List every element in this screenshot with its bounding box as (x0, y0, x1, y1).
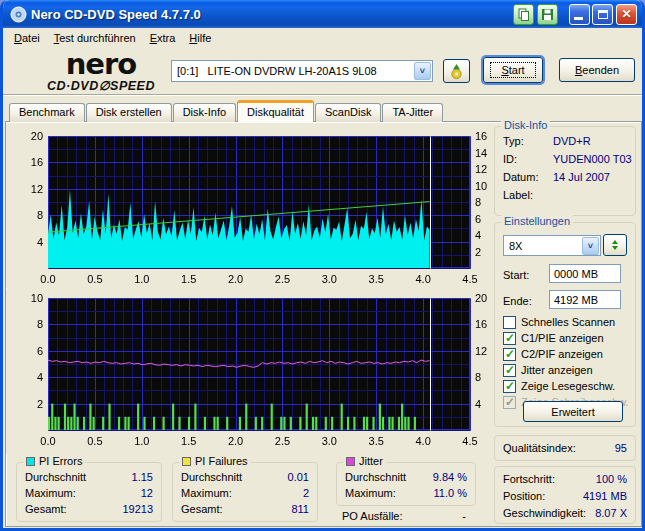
refresh-icon (609, 239, 621, 251)
pi-failures-stats-group: PI Failures Durchschnitt0.01 Maximum:2 G… (172, 462, 318, 522)
position-label: Position: (503, 490, 545, 502)
quality-index-value: 95 (615, 442, 627, 454)
start-button[interactable]: Start (483, 57, 543, 83)
ende-mb-label: Ende: (503, 295, 532, 307)
minimize-button[interactable] (569, 4, 590, 25)
checkbox-zeige-lesegeschw[interactable]: Zeige Lesegeschw. (503, 379, 615, 393)
save-button[interactable] (537, 4, 558, 25)
stat-label: Gesamt: (181, 503, 223, 515)
position-value: 4191 MB (583, 490, 627, 502)
pi-failures-stats-title: PI Failures (179, 455, 251, 467)
disk-info-group: Disk-Info Typ:DVD+R ID:YUDEN000 T03 Datu… (494, 126, 636, 216)
stat-value: 0.01 (288, 471, 309, 483)
start-mb-label: Start: (503, 269, 529, 281)
stat-value: 11.0 % (434, 487, 467, 499)
tab-ta-jitter[interactable]: TA-Jitter (382, 103, 443, 122)
menu-extra[interactable]: Extra (143, 30, 183, 46)
checkbox-icon (503, 332, 516, 345)
speed-select-value: 8X (504, 240, 581, 252)
stat-label: Durchschnitt (345, 471, 406, 483)
stat-value: 12 (141, 487, 153, 499)
checkbox-c2-pif[interactable]: C2/PIF anzeigen (503, 347, 603, 361)
chevron-down-icon[interactable]: ˅ (582, 237, 599, 255)
settings-title: Einstellungen (501, 215, 573, 227)
disk-typ-value: DVD+R (553, 135, 591, 147)
stat-label: Gesamt: (25, 503, 67, 515)
menu-datei[interactable]: Datei (7, 30, 47, 46)
ende-mb-field[interactable] (549, 290, 621, 309)
checkbox-icon (503, 364, 516, 377)
stat-label: Maximum: (25, 487, 76, 499)
drive-select[interactable]: [0:1] LITE-ON DVDRW LH-20A1S 9L08 ˅ (171, 60, 433, 82)
checkbox-jitter[interactable]: Jitter anzeigen (503, 363, 593, 377)
disk-datum-value: 14 Jul 2007 (553, 171, 610, 183)
checkbox-icon (503, 380, 516, 393)
pi-errors-legend-swatch (26, 457, 35, 466)
beenden-button-label: Beenden (575, 64, 619, 76)
beenden-button[interactable]: Beenden (559, 58, 635, 82)
jitter-stats-title: Jitter (343, 455, 386, 467)
tab-scandisk[interactable]: ScanDisk (315, 103, 381, 122)
quality-index-group: Qualitätsindex:95 (494, 435, 636, 461)
erweitert-button[interactable]: Erweitert (523, 401, 623, 422)
jitter-stats-group: Jitter Durchschnitt9.84 % Maximum:11.0 % (336, 462, 476, 506)
tab-disk-erstellen[interactable]: Disk erstellen (86, 103, 172, 122)
close-button[interactable]: ✕ (616, 4, 637, 25)
settings-group: Einstellungen 8X ˅ Start: Ende: Schnelle… (494, 222, 636, 427)
nero-logo: nero CD·DVD∅SPEED (27, 50, 175, 93)
minimize-icon (574, 17, 583, 20)
menu-bar: Datei Test durchführen Extra Hilfe (3, 28, 642, 49)
disk-label-label: Label: (503, 189, 533, 201)
nero-logo-subtitle: CD·DVD∅SPEED (27, 80, 175, 93)
copy-screenshot-button[interactable] (513, 4, 534, 25)
start-button-label: Start (490, 62, 535, 78)
tab-disk-info[interactable]: Disk-Info (173, 103, 236, 122)
app-disc-icon (10, 6, 27, 23)
tab-strip: Benchmark Disk erstellen Disk-Info Diskq… (9, 100, 444, 122)
quality-index-label: Qualitätsindex: (503, 442, 576, 454)
checkbox-icon (503, 316, 516, 329)
disk-id-label: ID: (503, 153, 517, 165)
tab-diskqualitaet[interactable]: Diskqualität (237, 100, 314, 122)
menu-hilfe[interactable]: Hilfe (182, 30, 218, 46)
checkbox-schnelles-scannen[interactable]: Schnelles Scannen (503, 315, 615, 329)
chevron-down-icon[interactable]: ˅ (414, 62, 431, 80)
refresh-speed-button[interactable] (603, 234, 627, 256)
close-icon: ✕ (621, 8, 631, 20)
title-bar: Nero CD-DVD Speed 4.7.7.0 ✕ (3, 0, 642, 28)
stat-label: Durchschnitt (25, 471, 86, 483)
maximize-button[interactable] (592, 4, 613, 25)
pi-errors-chart (6, 124, 494, 288)
checkbox-icon (503, 348, 516, 361)
erweitert-button-label: Erweitert (551, 406, 594, 418)
speed-select[interactable]: 8X ˅ (503, 235, 601, 256)
po-ausfaelle-value: - (462, 510, 466, 522)
checkbox-icon (503, 396, 516, 409)
maximize-icon (598, 10, 608, 19)
stat-value: 811 (291, 503, 309, 515)
progress-group: Fortschritt:100 % Position:4191 MB Gesch… (494, 466, 636, 524)
disk-typ-label: Typ: (503, 135, 524, 147)
start-mb-field[interactable] (549, 264, 621, 283)
checkbox-c1-pie[interactable]: C1/PIE anzeigen (503, 331, 604, 345)
diskqualitaet-page: Disk-Info Typ:DVD+R ID:YUDEN000 T03 Datu… (5, 121, 642, 527)
po-ausfaelle-label: PO Ausfälle: (342, 510, 403, 522)
menu-test-durchfuehren[interactable]: Test durchführen (47, 30, 143, 46)
toolbar-separator (3, 94, 642, 96)
stat-label: Maximum: (345, 487, 396, 499)
fortschritt-label: Fortschritt: (503, 473, 555, 485)
tab-benchmark[interactable]: Benchmark (9, 103, 85, 122)
drive-select-value: [0:1] LITE-ON DVDRW LH-20A1S 9L08 (172, 65, 413, 77)
pi-errors-stats-group: PI Errors Durchschnitt1.15 Maximum:12 Ge… (16, 462, 162, 522)
toolbar: nero CD·DVD∅SPEED [0:1] LITE-ON DVDRW LH… (3, 49, 642, 96)
pi-errors-stats-title: PI Errors (23, 455, 85, 467)
geschwindigkeit-label: Geschwindigkeit: (503, 507, 586, 519)
stat-value: 9.84 % (433, 471, 467, 483)
po-ausfaelle-row: PO Ausfälle: - (342, 510, 474, 524)
fortschritt-value: 100 % (596, 473, 627, 485)
window-title: Nero CD-DVD Speed 4.7.7.0 (31, 7, 511, 22)
eject-disc-button[interactable] (443, 59, 470, 83)
copy-icon (517, 8, 530, 21)
app-window: Nero CD-DVD Speed 4.7.7.0 ✕ Datei (0, 0, 645, 531)
stat-label: Durchschnitt (181, 471, 242, 483)
